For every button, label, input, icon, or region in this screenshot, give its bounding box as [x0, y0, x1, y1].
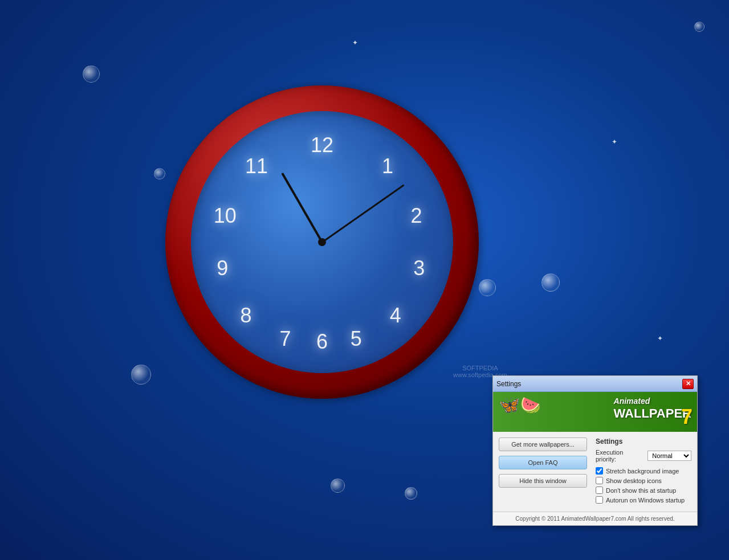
- priority-select[interactable]: Normal Low High Realtime: [647, 451, 691, 461]
- clock-num-2: 2: [411, 204, 422, 228]
- settings-right-panel: Settings Execution priority: Normal Low …: [596, 438, 691, 506]
- stretch-bg-checkbox[interactable]: [596, 467, 603, 475]
- open-faq-button[interactable]: Open FAQ: [499, 456, 587, 469]
- clock-num-8: 8: [241, 304, 252, 328]
- sparkle-4: ✦: [612, 138, 617, 146]
- clock-center-dot: [318, 238, 326, 246]
- settings-banner: 🦋🍉 Animated WALLPAPER 7: [493, 392, 697, 432]
- settings-title: Settings: [496, 380, 521, 388]
- settings-window: Settings ✕ 🦋🍉 Animated WALLPAPER 7 Get m…: [492, 375, 698, 526]
- bubble-6: [479, 279, 496, 296]
- close-button[interactable]: ✕: [682, 379, 694, 389]
- priority-label: Execution priority:: [596, 449, 643, 463]
- settings-body: Get more wallpapers... Open FAQ Hide thi…: [493, 432, 697, 512]
- copyright-text: Copyright © 2011 AnimatedWallpaper7.com …: [515, 516, 674, 522]
- clock-num-6: 6: [316, 330, 328, 354]
- banner-logo-text: Animated WALLPAPER: [614, 397, 691, 421]
- settings-footer: Copyright © 2011 AnimatedWallpaper7.com …: [493, 512, 697, 525]
- bubble-1: [83, 66, 100, 83]
- bubble-9: [694, 22, 704, 32]
- dont-show-startup-row: Don't show this at startup: [596, 487, 691, 494]
- clock-outer-ring: 12 1 2 3 4 5 6 7 8 9 10 11: [165, 85, 479, 399]
- priority-row: Execution priority: Normal Low High Real…: [596, 449, 691, 463]
- clock-num-1: 1: [382, 154, 393, 178]
- stretch-bg-row: Stretch background image: [596, 467, 691, 475]
- settings-section-title: Settings: [596, 438, 691, 445]
- clock-num-7: 7: [280, 327, 291, 351]
- sparkle-6: ✦: [657, 334, 663, 342]
- show-desktop-icons-label: Show desktop icons: [606, 477, 662, 484]
- bubble-7: [541, 273, 560, 292]
- stretch-bg-label: Stretch background image: [606, 468, 679, 475]
- minute-hand: [321, 184, 404, 243]
- clock-num-10: 10: [214, 204, 237, 228]
- bubble-4: [331, 479, 345, 493]
- close-icon: ✕: [686, 380, 691, 387]
- dont-show-startup-checkbox[interactable]: [596, 487, 603, 494]
- show-desktop-icons-checkbox[interactable]: [596, 477, 603, 484]
- clock-num-4: 4: [390, 304, 401, 328]
- settings-left-panel: Get more wallpapers... Open FAQ Hide thi…: [499, 438, 590, 506]
- banner-butterfly-left: 🦋🍉: [499, 395, 541, 415]
- autorun-label: Autorun on Windows startup: [606, 497, 685, 504]
- clock-num-5: 5: [351, 327, 362, 351]
- bubble-3: [131, 365, 151, 385]
- clock-num-9: 9: [217, 256, 228, 280]
- clock-num-11: 11: [245, 154, 268, 178]
- sparkle-1: ✦: [352, 39, 358, 47]
- hour-hand: [281, 173, 323, 243]
- banner-number: 7: [681, 405, 693, 429]
- clock-container: 12 1 2 3 4 5 6 7 8 9 10 11: [165, 85, 479, 456]
- settings-titlebar: Settings ✕: [493, 376, 697, 392]
- autorun-row: Autorun on Windows startup: [596, 496, 691, 504]
- autorun-checkbox[interactable]: [596, 496, 603, 504]
- show-desktop-icons-row: Show desktop icons: [596, 477, 691, 484]
- bubble-8: [405, 487, 417, 500]
- clock-face: 12 1 2 3 4 5 6 7 8 9 10 11: [191, 111, 453, 373]
- hide-window-button[interactable]: Hide this window: [499, 474, 587, 488]
- bubble-2: [154, 168, 165, 179]
- clock-num-3: 3: [413, 256, 425, 280]
- clock-num-12: 12: [311, 133, 333, 157]
- banner-animated: Animated: [614, 397, 691, 406]
- dont-show-startup-label: Don't show this at startup: [606, 487, 676, 494]
- get-more-wallpapers-button[interactable]: Get more wallpapers...: [499, 438, 587, 451]
- banner-wallpaper: WALLPAPER: [614, 406, 691, 421]
